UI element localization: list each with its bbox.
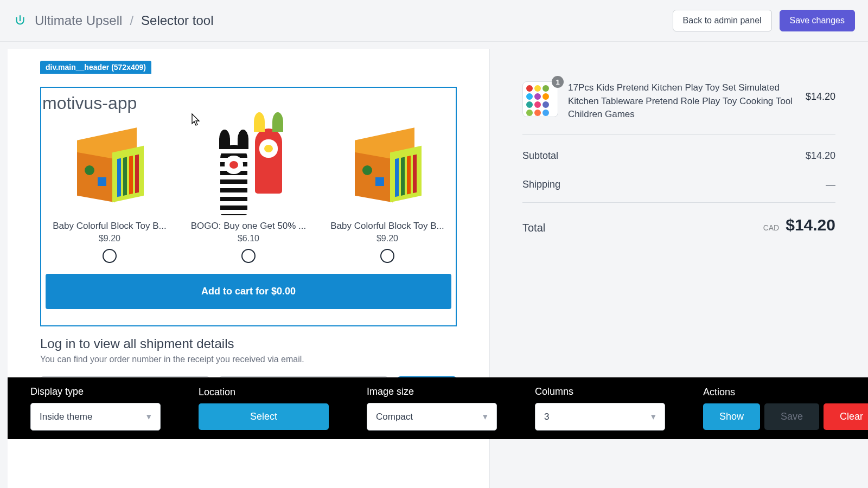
display-type-group: Display type Inside theme ▾ [30,386,161,431]
location-label: Location [199,387,329,398]
image-size-group: Image size Compact ▾ [367,386,497,431]
product-name: Baby Colorful Block Toy B... [323,221,451,232]
save-changes-button[interactable]: Save changes [780,10,855,31]
product-image [205,123,292,215]
show-button[interactable]: Show [703,403,760,430]
breadcrumb-brand[interactable]: Ultimate Upsell [35,13,122,28]
cart-item-title: 17Pcs Kids Pretend Kitchen Play Toy Set … [568,81,796,121]
selected-element-box[interactable]: motivus-app Baby Colorful Block Toy B...… [40,87,457,326]
topbar: Ultimate Upsell / Selector tool Back to … [0,0,868,42]
total-currency: CAD [763,223,780,232]
back-to-admin-button[interactable]: Back to admin panel [673,10,772,31]
inspector-tooltip: div.main__header (572x409) [40,61,151,74]
chevron-down-icon: ▾ [146,411,151,422]
product-image [66,123,153,215]
cart-item-price: $14.20 [806,81,835,102]
total-row: Total CAD $14.20 [522,203,835,234]
columns-select[interactable]: 3 ▾ [535,403,665,431]
product-price: $6.10 [184,234,312,243]
cart-thumbnail-wrap: 1 [522,81,558,117]
login-subtext: You can find your order number in the re… [40,355,457,364]
total-amount: $14.20 [786,216,835,234]
chevron-down-icon: ▾ [651,411,656,422]
clear-button[interactable]: Clear [824,403,868,430]
shipping-value: — [826,179,835,190]
columns-value: 3 [544,412,549,422]
total-label: Total [522,222,545,234]
cart-thumbnail [522,81,558,117]
breadcrumb-separator: / [130,13,133,28]
summary-block: Subtotal $14.20 Shipping — [522,142,835,203]
actions-group: Actions Show Save Clear [703,387,868,430]
subtotal-label: Subtotal [522,150,558,162]
subtotal-value: $14.20 [806,150,835,162]
add-to-cart-button[interactable]: Add to cart for $0.00 [46,274,451,309]
login-heading: Log in to view all shipment details [40,336,457,351]
location-select-button[interactable]: Select [199,403,329,430]
columns-label: Columns [535,386,665,397]
columns-group: Columns 3 ▾ [535,386,665,431]
shipping-label: Shipping [522,179,560,190]
display-type-value: Inside theme [40,412,92,422]
product-price: $9.20 [46,234,174,243]
product-select-radio[interactable] [103,249,117,263]
product-select-radio[interactable] [380,249,394,263]
product-image [344,123,431,215]
display-type-select[interactable]: Inside theme ▾ [30,403,161,431]
product-card[interactable]: BOGO: Buy one Get 50% ... $6.10 [184,123,312,263]
image-size-value: Compact [376,412,413,422]
product-row: Baby Colorful Block Toy B... $9.20 BOGO:… [41,123,456,263]
actions-label: Actions [703,387,868,398]
topbar-actions: Back to admin panel Save changes [673,10,855,31]
location-group: Location Select [199,387,329,430]
product-select-radio[interactable] [241,249,256,263]
cart-line-item: 1 17Pcs Kids Pretend Kitchen Play Toy Se… [522,81,835,135]
breadcrumb: Ultimate Upsell / Selector tool [13,13,213,28]
brand-logo-icon [13,14,27,28]
control-bar: Display type Inside theme ▾ Location Sel… [8,377,868,439]
chevron-down-icon: ▾ [483,411,488,422]
pointer-cursor-icon [189,113,201,127]
product-card[interactable]: Baby Colorful Block Toy B... $9.20 [46,123,174,263]
product-card[interactable]: Baby Colorful Block Toy B... $9.20 [323,123,451,263]
breadcrumb-page: Selector tool [141,13,213,28]
save-button[interactable]: Save [764,403,819,430]
shipping-row: Shipping — [522,170,835,199]
image-size-select[interactable]: Compact ▾ [367,403,497,431]
product-price: $9.20 [323,234,451,243]
subtotal-row: Subtotal $14.20 [522,142,835,170]
product-name: Baby Colorful Block Toy B... [46,221,174,232]
app-title: motivus-app [41,93,456,123]
cart-quantity-badge: 1 [552,76,564,88]
product-name: BOGO: Buy one Get 50% ... [184,221,312,232]
image-size-label: Image size [367,386,497,397]
display-type-label: Display type [30,386,161,397]
